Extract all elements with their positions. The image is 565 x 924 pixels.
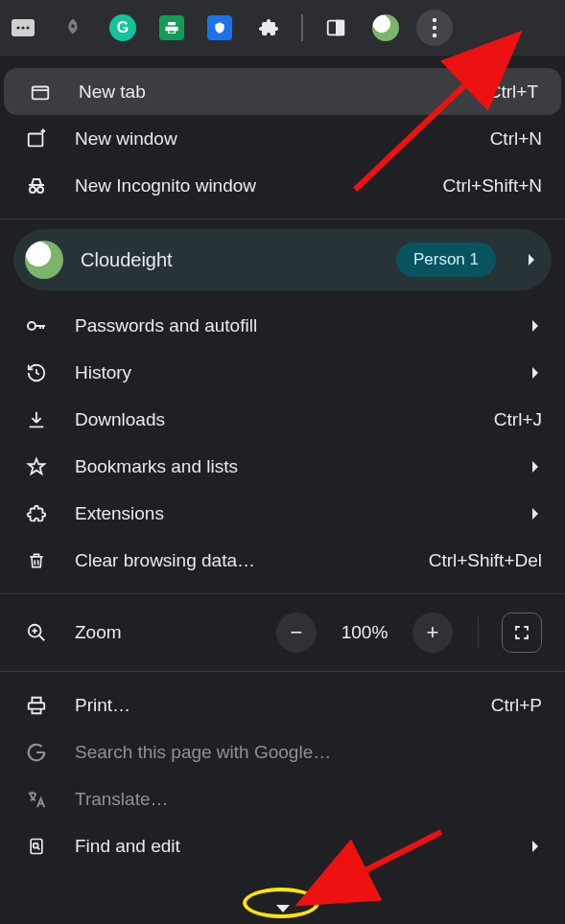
menu-new-window[interactable]: New window Ctrl+N (0, 115, 565, 162)
key-icon (15, 314, 58, 337)
menu-history[interactable]: History (0, 349, 565, 396)
svg-point-1 (16, 26, 19, 29)
tab-icon (19, 81, 61, 103)
menu-print[interactable]: Print… Ctrl+P (0, 681, 565, 728)
svg-point-13 (28, 322, 35, 330)
avatar-icon (25, 241, 63, 279)
svg-point-7 (433, 26, 436, 30)
history-icon (15, 362, 58, 383)
profile-badge: Person 1 (396, 243, 496, 277)
menu-new-tab[interactable]: New tab Ctrl+T (4, 68, 561, 115)
menu-item-label: Extensions (75, 503, 502, 524)
menu-search-google[interactable]: Search this page with Google… (0, 728, 565, 775)
rocket-icon[interactable] (59, 14, 86, 41)
menu-downloads[interactable]: Downloads Ctrl+J (0, 396, 565, 443)
chevron-right-icon (529, 366, 542, 380)
menu-item-label: History (75, 362, 502, 383)
google-icon (15, 742, 58, 763)
svg-rect-10 (29, 133, 43, 146)
svg-point-2 (21, 26, 24, 29)
menu-item-shortcut: Ctrl+Shift+N (443, 175, 542, 196)
grammarly-icon[interactable]: G (109, 14, 136, 41)
svg-point-8 (433, 34, 436, 37)
trash-icon (15, 550, 58, 571)
svg-point-6 (433, 18, 436, 22)
incognito-icon (15, 174, 58, 197)
print-icon (15, 695, 58, 716)
menu-separator (0, 593, 565, 594)
extensions-puzzle-icon[interactable] (255, 14, 282, 41)
menu-profile[interactable]: Cloudeight Person 1 (13, 229, 552, 290)
menu-item-label: Search this page with Google… (75, 742, 542, 763)
privacy-extension-icon[interactable] (207, 15, 232, 40)
profile-name: Cloudeight (81, 249, 379, 271)
menu-item-shortcut: Ctrl+Shift+Del (429, 550, 542, 571)
menu-find-edit[interactable]: Find and edit (0, 822, 565, 869)
window-plus-icon (15, 128, 58, 150)
menu-passwords[interactable]: Passwords and autofill (0, 302, 565, 349)
menu-bookmarks[interactable]: Bookmarks and lists (0, 443, 565, 490)
svg-rect-5 (337, 21, 343, 35)
zoom-out-button[interactable]: − (276, 612, 317, 653)
menu-zoom: Zoom − 100% + (0, 604, 565, 661)
star-icon (15, 456, 58, 477)
menu-separator (0, 671, 565, 672)
chevron-right-icon (529, 319, 542, 333)
chevron-right-icon (529, 840, 542, 853)
translate-icon (15, 789, 58, 810)
chevron-right-icon (529, 507, 542, 520)
zoom-icon (15, 622, 58, 643)
download-icon (15, 409, 58, 430)
zoom-in-button[interactable]: + (412, 612, 453, 653)
toolbar-divider (301, 14, 303, 41)
menu-translate[interactable]: Translate… (0, 775, 565, 822)
svg-rect-9 (33, 86, 49, 99)
menu-item-label: Bookmarks and lists (75, 456, 502, 477)
menu-extensions[interactable]: Extensions (0, 490, 565, 537)
zoom-label: Zoom (75, 622, 259, 643)
zoom-divider (478, 616, 479, 649)
menu-item-shortcut: Ctrl+N (490, 128, 542, 150)
menu-separator (0, 219, 565, 219)
menu-clear-data[interactable]: Clear browsing data… Ctrl+Shift+Del (0, 537, 565, 584)
menu-item-label: Translate… (75, 789, 542, 810)
menu-item-label: Clear browsing data… (75, 550, 412, 571)
browser-toolbar: G (0, 0, 565, 56)
annotation-ellipse (243, 888, 319, 918)
extension-ellipsis-icon[interactable] (10, 14, 36, 41)
menu-item-label: Find and edit (75, 836, 502, 857)
fullscreen-button[interactable] (502, 612, 542, 653)
puzzle-icon (15, 503, 58, 524)
chevron-right-icon (527, 253, 536, 266)
menu-incognito[interactable]: New Incognito window Ctrl+Shift+N (0, 162, 565, 209)
menu-item-shortcut: Ctrl+T (488, 81, 538, 103)
find-icon (15, 835, 58, 858)
menu-item-label: New Incognito window (75, 175, 426, 196)
side-panel-icon[interactable] (322, 14, 349, 41)
menu-item-label: Passwords and autofill (75, 315, 502, 336)
menu-overflow-arrow[interactable] (276, 905, 290, 912)
svg-point-3 (26, 26, 29, 29)
menu-item-label: Downloads (75, 409, 477, 430)
svg-point-11 (30, 187, 35, 193)
zoom-value: 100% (334, 622, 395, 643)
print-extension-icon[interactable] (159, 15, 184, 40)
menu-item-label: New tab (79, 81, 471, 103)
more-menu-button[interactable] (416, 10, 453, 46)
chrome-main-menu: New tab Ctrl+T New window Ctrl+N New Inc… (0, 62, 565, 924)
menu-item-label: New window (75, 128, 473, 150)
menu-item-shortcut: Ctrl+J (494, 409, 542, 430)
menu-item-label: Print… (75, 695, 474, 716)
chevron-right-icon (529, 460, 542, 474)
svg-point-12 (37, 187, 43, 193)
profile-avatar-icon[interactable] (372, 14, 399, 41)
menu-item-shortcut: Ctrl+P (491, 695, 542, 716)
